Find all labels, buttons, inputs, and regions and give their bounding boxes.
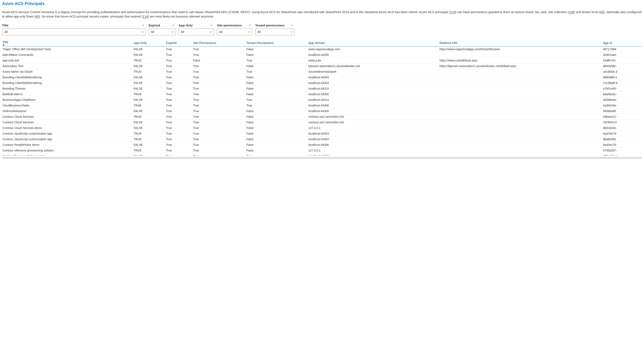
filter-expired-label: Expired [148, 24, 160, 27]
cell-domain: localhost:44335 [308, 52, 439, 58]
cell-title: Contoso TaxonomyPicker sample [2, 153, 133, 156]
table-row[interactable]: app-only testTRUETrueFalseTruewww.a.beht… [2, 58, 642, 63]
table-row[interactable]: Branding.ClientSideRenderingFALSETrueTru… [2, 80, 642, 86]
filter-siteperm-value: All [219, 30, 222, 34]
table-row[interactable]: Automation TestFALSETrueTrueFalsebjansen… [2, 63, 642, 69]
cell-apponly: TRUE [133, 148, 166, 153]
chevron-down-icon[interactable] [291, 24, 294, 27]
cell-appid: 5a92ec79- [602, 142, 642, 148]
cell-appid: ba979e74- [602, 131, 642, 137]
chevron-down-icon[interactable] [248, 24, 251, 27]
col-header-apponly[interactable]: App-Only [133, 39, 166, 47]
cell-apponly: FALSE [133, 142, 166, 148]
intro-text-6: ) are most likely not business relevant … [148, 15, 214, 18]
cell-expired: True [166, 63, 192, 69]
link-principals-count[interactable]: 119 [450, 10, 456, 14]
cell-apponly: FALSE [133, 52, 166, 58]
table-row[interactable]: Contoso Cloud ServicesTRUETrueTrueFalsec… [2, 114, 642, 120]
filter-expired: Expired All [148, 23, 176, 35]
table-row[interactable]: BulkEdit Add-InTRUETrueTrueFalselocalhos… [2, 92, 642, 97]
link-expired-count[interactable]: 114 [142, 15, 148, 18]
table-row[interactable]: CloudBusinessTasksTRUETrueTrueTruelocalh… [2, 103, 642, 108]
link-tenant-count[interactable]: 43 [600, 10, 604, 14]
cell-redirect [439, 120, 602, 125]
col-header-expired[interactable]: Expired [166, 39, 192, 47]
cell-domain: localhost:44303 [308, 131, 439, 137]
table-row[interactable]: Add Ribbon CommandsFALSETrueTrueFalseloc… [2, 52, 642, 58]
cell-tenperm: True [246, 69, 308, 75]
filter-expired-select[interactable]: All [148, 29, 176, 35]
cell-siteperm: True [192, 120, 246, 125]
cell-siteperm: True [192, 125, 246, 131]
table-row[interactable]: “Napa” Office 365 Development ToolsFALSE… [2, 47, 642, 52]
chevron-down-icon [171, 31, 174, 33]
cell-expired: True [166, 103, 192, 108]
cell-appid: bda36a3c- [602, 92, 642, 97]
cell-appid: 5750e2b7- [602, 148, 642, 153]
chevron-down-icon[interactable] [210, 24, 213, 27]
table-row[interactable]: Contoso Cloud ServicesFALSETrueTrueFalse… [2, 120, 642, 125]
cell-title: Branding.Themes [2, 86, 133, 92]
col-header-app-domain[interactable]: App domain [308, 39, 439, 47]
table-row[interactable]: Contoso PeoplePicker demoFALSETrueTrueFa… [2, 142, 642, 148]
table-scroll[interactable]: Title App-Only Expired Site Permissions … [2, 39, 642, 156]
cell-tenperm: False [246, 114, 308, 120]
cell-expired: True [166, 75, 192, 80]
cell-redirect [439, 142, 602, 148]
cell-title: Contoso Cloud Services [2, 120, 133, 125]
cell-domain: www.a.be [308, 58, 439, 63]
cell-apponly: TRUE [133, 92, 166, 97]
col-header-redirect-uri[interactable]: Redirect URI [439, 39, 602, 47]
filter-siteperm-select[interactable]: All [217, 29, 252, 35]
chevron-down-icon [248, 31, 250, 33]
cell-appid: 48717084- [602, 47, 642, 52]
table-row[interactable]: clrdemothelastoneFALSETrueTrueFalselocal… [2, 108, 642, 114]
table-row[interactable]: BusinessApps.ChatRoomFALSETrueTrueTruelo… [2, 97, 642, 103]
cell-appid: e7b51e50- [602, 86, 642, 92]
table-row[interactable]: Contoso reference provisioning solutionT… [2, 148, 642, 153]
intro-text-5: ). Do know that Azure ACS principal secr… [39, 15, 143, 18]
chevron-down-icon[interactable] [142, 24, 144, 27]
cell-redirect [439, 97, 602, 103]
col-header-title[interactable]: Title [2, 39, 133, 47]
filter-title-value: All [4, 30, 8, 34]
cell-tenperm: False [246, 142, 308, 148]
cell-redirect [439, 52, 602, 58]
col-header-site-permissions[interactable]: Site Permissions [192, 39, 246, 47]
cell-redirect [439, 153, 602, 156]
cell-expired: True [166, 52, 192, 58]
horizontal-scrollbar[interactable] [2, 157, 642, 159]
col-header-tenant-permissions[interactable]: Tenant Permissions [246, 39, 308, 47]
cell-tenperm: True [246, 103, 308, 108]
cell-tenperm: False [246, 137, 308, 142]
link-apponly-count[interactable]: 40 [36, 15, 39, 18]
filter-tenperm-select[interactable]: All [255, 29, 295, 35]
cell-apponly: FALSE [133, 108, 166, 114]
cell-tenperm: False [246, 120, 308, 125]
table-row[interactable]: Contoso Cloud Services demoFALSETrueTrue… [2, 125, 642, 131]
cell-siteperm: True [192, 142, 246, 148]
table-row[interactable]: Contoso JavaScript customization appTRUE… [2, 131, 642, 137]
cell-apponly: TRUE [133, 114, 166, 120]
cell-title: Contoso JavaScript customization app [2, 137, 133, 142]
link-sitecollection-count[interactable]: 106 [569, 10, 574, 14]
cell-appid: c1c38adf-4 [602, 80, 642, 86]
filter-apponly-select[interactable]: All [178, 29, 214, 35]
cell-title: Add Ribbon Commands [2, 52, 133, 58]
chevron-down-icon[interactable] [172, 24, 174, 27]
cell-redirect [439, 86, 602, 92]
table-row[interactable]: Azure Admin via OAuthTRUETrueTrueTrueAzu… [2, 69, 642, 75]
cell-redirect: https://www.a.be/default.aspx [439, 58, 602, 63]
filter-title-select[interactable]: All [2, 29, 146, 35]
cell-siteperm: True [192, 86, 246, 92]
col-header-app-id[interactable]: App Id [602, 39, 642, 47]
table-row[interactable]: Contoso TaxonomyPicker sampleFALSETrueTr… [2, 153, 642, 156]
cell-title: Contoso Cloud Services demo [2, 125, 133, 131]
table-row[interactable]: Branding.ThemesFALSETrueTrueFalselocalho… [2, 86, 642, 92]
cell-title: BusinessApps.ChatRoom [2, 97, 133, 103]
table-row[interactable]: Branding.ClientSideRenderingFALSETrueTru… [2, 75, 642, 80]
table-row[interactable]: Contoso JavaScript customization appTRUE… [2, 137, 642, 142]
cell-appid: d643a56c- [602, 63, 642, 69]
cell-redirect: https://bjansen-automation1.azurewebsite… [439, 63, 602, 69]
cell-tenperm: False [246, 125, 308, 131]
